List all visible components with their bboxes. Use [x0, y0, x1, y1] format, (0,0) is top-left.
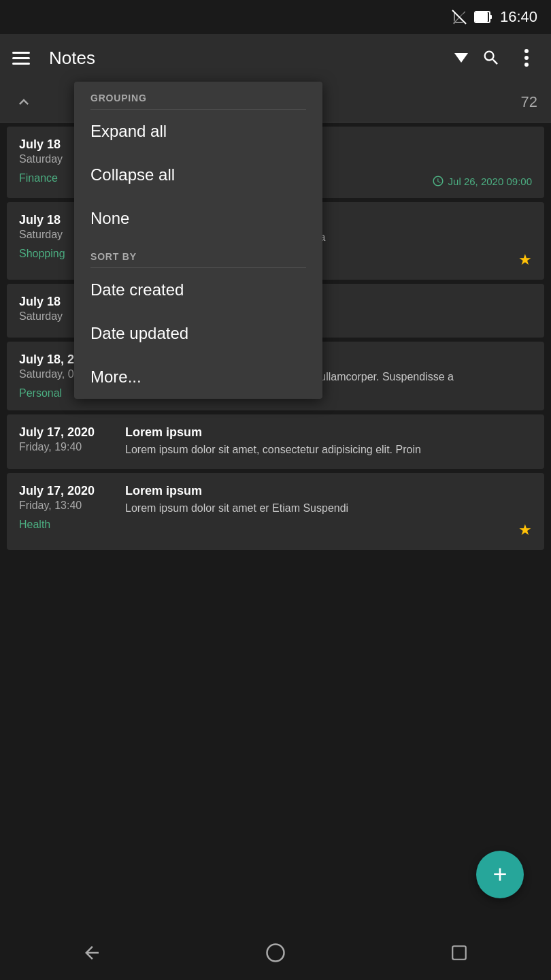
collapse-button[interactable] [14, 92, 34, 112]
more-options-button[interactable] [514, 46, 539, 70]
search-icon [482, 48, 501, 67]
add-icon: + [492, 862, 507, 887]
grouping-section-header: GROUPING [74, 82, 322, 109]
title-dropdown-arrow [454, 53, 468, 63]
more-item[interactable]: More... [74, 355, 322, 399]
note-card-6[interactable]: July 17, 2020 Friday, 13:40 Health Lorem… [7, 473, 544, 550]
app-bar: Notes [0, 34, 551, 82]
date-created-item[interactable]: Date created [74, 268, 322, 312]
note-preview-5: Lorem ipsum dolor sit amet, consectetur … [125, 442, 532, 457]
battery-icon [474, 10, 493, 24]
svg-rect-3 [475, 12, 488, 22]
chevron-up-icon [14, 93, 33, 112]
home-circle-icon [265, 943, 286, 963]
home-button[interactable] [258, 936, 293, 970]
star-icon-6: ★ [518, 521, 532, 539]
sortby-section-header: SORT BY [74, 240, 322, 267]
note-content-5: Lorem ipsum Lorem ipsum dolor sit amet, … [125, 425, 532, 457]
recent-apps-icon [450, 944, 468, 962]
sim-icon [451, 9, 467, 25]
svg-rect-2 [490, 15, 492, 19]
note-date-5: July 17, 2020 [19, 425, 114, 440]
note-title-5: Lorem ipsum [125, 425, 532, 440]
svg-rect-8 [452, 946, 466, 960]
app-title: Notes [49, 48, 452, 69]
none-item[interactable]: None [74, 197, 322, 240]
svg-point-6 [524, 63, 529, 67]
recent-apps-button[interactable] [442, 936, 476, 970]
date-updated-item[interactable]: Date updated [74, 312, 322, 355]
bottom-nav [0, 926, 551, 980]
more-vertical-icon [524, 48, 529, 67]
note-content-6: Lorem ipsum Lorem ipsum dolor sit amet e… [125, 484, 532, 539]
reminder-text-1: Jul 26, 2020 09:00 [448, 176, 532, 187]
alarm-icon [432, 175, 444, 187]
svg-point-4 [524, 49, 529, 53]
note-date-col-5: July 17, 2020 Friday, 19:40 [19, 425, 114, 457]
note-card-5[interactable]: July 17, 2020 Friday, 19:40 Lorem ipsum … [7, 414, 544, 468]
star-icon-2: ★ [518, 251, 532, 269]
status-time: 16:40 [500, 8, 537, 26]
grouping-dropdown: GROUPING Expand all Collapse all None SO… [74, 82, 322, 399]
add-note-fab[interactable]: + [476, 851, 524, 898]
svg-point-7 [267, 945, 284, 962]
reminder-badge-1: Jul 26, 2020 09:00 [432, 175, 532, 187]
note-title-6: Lorem ipsum [125, 484, 532, 498]
search-button[interactable] [479, 46, 503, 70]
status-icons: 16:40 [451, 8, 537, 26]
note-day-5: Friday, 19:40 [19, 441, 114, 453]
note-date-6: July 17, 2020 [19, 484, 114, 498]
note-day-6: Friday, 13:40 [19, 500, 114, 512]
note-date-col-6: July 17, 2020 Friday, 13:40 Health [19, 484, 114, 539]
svg-point-5 [524, 56, 529, 60]
expand-all-item[interactable]: Expand all [74, 110, 322, 153]
note-category-6: Health [19, 519, 114, 531]
menu-button[interactable] [12, 52, 30, 65]
status-bar: 16:40 [0, 0, 551, 34]
note-count: 72 [521, 93, 537, 111]
note-preview-6: Lorem ipsum dolor sit amet er Etiam Susp… [125, 501, 532, 516]
back-button[interactable] [75, 936, 109, 970]
collapse-all-item[interactable]: Collapse all [74, 153, 322, 197]
back-icon [82, 943, 102, 963]
note-footer-6: ★ [125, 521, 532, 539]
